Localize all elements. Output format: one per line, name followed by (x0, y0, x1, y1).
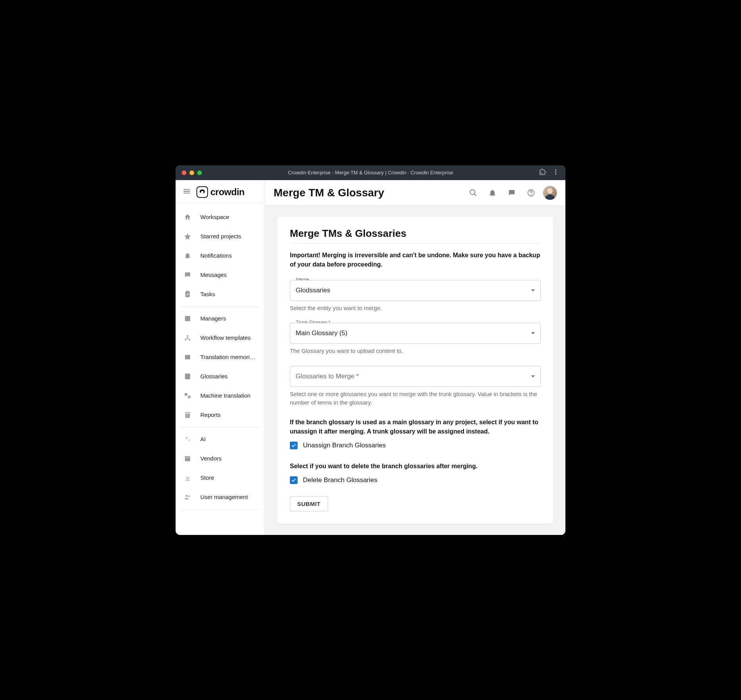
svg-rect-8 (186, 413, 189, 414)
sidebar-item-vendors[interactable]: Vendors (176, 449, 265, 468)
window-title: Crowdin Enterprise - Merge TM & Glossary… (288, 170, 453, 175)
chat-icon (183, 271, 192, 279)
checkbox-label[interactable]: Delete Branch Glossaries (303, 476, 377, 484)
logo-mark-icon (196, 186, 208, 198)
star-icon (183, 232, 192, 241)
hamburger-icon[interactable] (183, 187, 191, 197)
content: Merge TMs & Glossaries Important! Mergin… (265, 206, 565, 535)
sidebar-item-managers[interactable]: Managers (176, 309, 265, 328)
logo-text: crowdin (210, 187, 245, 197)
delete-checkbox-row: Delete Branch Glossaries (290, 476, 541, 484)
extensions-icon[interactable] (539, 169, 546, 177)
delete-text: Select if you want to delete the branch … (290, 462, 541, 471)
card-title: Merge TMs & Glossaries (290, 228, 541, 244)
chevron-down-icon (531, 332, 535, 334)
svg-point-11 (188, 415, 189, 415)
sidebar-item-label: Messages (200, 272, 227, 278)
svg-point-3 (187, 335, 188, 336)
svg-point-0 (555, 169, 557, 170)
person-icon (183, 314, 192, 323)
sidebar-item-store[interactable]: Store (176, 468, 265, 487)
trunk-select[interactable]: Main Glossary (5) (290, 323, 541, 344)
select-placeholder: Glossaries to Merge * (296, 373, 359, 380)
merge-select[interactable]: Glodssaries (290, 280, 541, 301)
workflow-icon (183, 334, 192, 342)
to-merge-select[interactable]: Glossaries to Merge * (290, 366, 541, 387)
divider (181, 509, 259, 509)
minimize-window-button[interactable] (189, 170, 194, 175)
sidebar-item-label: Machine translation (200, 392, 250, 399)
svg-point-1 (555, 171, 557, 172)
select-value: Main Glossary (5) (296, 329, 347, 337)
trunk-field: Trunk Glossary * Main Glossary (5) (290, 323, 541, 344)
sidebar-item-label: User management (200, 494, 248, 500)
sidebar-item-users[interactable]: User management (176, 487, 265, 507)
sidebar-item-label: Store (200, 474, 214, 481)
sidebar-item-reports[interactable]: Reports (176, 405, 265, 425)
translate-icon (183, 391, 192, 400)
to-merge-field: Glossaries to Merge * (290, 366, 541, 387)
titlebar: Crowdin Enterprise - Merge TM & Glossary… (176, 165, 565, 180)
card: Merge TMs & Glossaries Important! Mergin… (277, 217, 553, 524)
svg-point-2 (555, 173, 557, 174)
sidebar-item-notifications[interactable]: Notifications (176, 246, 265, 265)
sidebar-item-label: Starred projects (200, 233, 241, 240)
checkbox-label[interactable]: Unassign Branch Glossaries (303, 442, 386, 449)
helper-text: Select the entity you want to merge. (290, 304, 541, 312)
delete-checkbox[interactable] (290, 476, 298, 484)
app-window: Crowdin Enterprise - Merge TM & Glossary… (176, 165, 565, 535)
people-icon (183, 493, 192, 501)
sidebar-item-ai[interactable]: AI (176, 430, 265, 449)
submit-button[interactable]: SUBMIT (290, 496, 328, 511)
main: Merge TM & Glossary Merge TMs & Glossari… (265, 180, 565, 535)
unassign-checkbox-row: Unassign Branch Glossaries (290, 442, 541, 449)
sidebar-item-label: Managers (200, 315, 226, 322)
sidebar-item-label: Vendors (200, 455, 222, 462)
sidebar-item-workspace[interactable]: Workspace (176, 207, 265, 227)
sidebar-item-workflow[interactable]: Workflow templates (176, 328, 265, 347)
sidebar-item-label: Notifications (200, 252, 232, 259)
download-icon (183, 474, 192, 482)
sidebar-item-tm[interactable]: Translation memori… (176, 347, 265, 367)
logo[interactable]: crowdin (196, 186, 245, 198)
sidebar-nav: Workspace Starred projects Notifications… (176, 204, 265, 535)
sidebar-item-starred[interactable]: Starred projects (176, 227, 265, 246)
page-title: Merge TM & Glossary (274, 187, 461, 199)
search-icon[interactable] (466, 186, 480, 200)
sidebar-item-messages[interactable]: Messages (176, 265, 265, 285)
avatar[interactable] (543, 186, 557, 200)
divider (181, 427, 259, 427)
memory-icon (183, 353, 192, 361)
helper-text: Select one or more glossaries you want t… (290, 390, 541, 407)
bell-icon (183, 251, 192, 260)
traffic-lights (182, 170, 202, 175)
sidebar-item-label: Translation memori… (200, 354, 255, 360)
svg-rect-6 (185, 374, 190, 379)
home-icon (183, 213, 192, 221)
close-window-button[interactable] (182, 170, 186, 175)
chevron-down-icon (531, 289, 535, 291)
chevron-down-icon (531, 376, 535, 378)
sidebar-item-mt[interactable]: Machine translation (176, 386, 265, 405)
svg-point-12 (186, 416, 187, 417)
storefront-icon (183, 454, 192, 463)
unassign-text: If the branch glossary is used as a main… (290, 418, 541, 436)
divider (181, 306, 259, 307)
svg-point-16 (188, 495, 190, 497)
svg-point-15 (186, 495, 188, 497)
book-icon (183, 372, 192, 381)
sidebar-item-label: AI (200, 436, 206, 442)
more-icon[interactable] (552, 169, 559, 177)
sidebar: crowdin Workspace Starred projects Notif… (176, 180, 265, 535)
sidebar-item-tasks[interactable]: Tasks (176, 285, 265, 304)
chat-icon[interactable] (504, 186, 519, 200)
header: Merge TM & Glossary (265, 180, 565, 206)
maximize-window-button[interactable] (197, 170, 202, 175)
svg-point-10 (187, 415, 188, 415)
sidebar-item-glossaries[interactable]: Glossaries (176, 367, 265, 386)
bell-icon[interactable] (485, 186, 500, 200)
select-value: Glodssaries (296, 287, 330, 294)
unassign-checkbox[interactable] (290, 442, 298, 449)
sidebar-item-label: Tasks (200, 291, 215, 297)
help-icon[interactable] (524, 186, 538, 200)
